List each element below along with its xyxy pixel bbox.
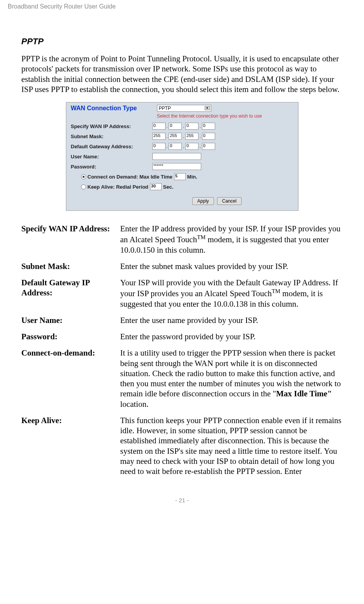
def-gateway-label: Default Gateway IP Address:	[21, 274, 120, 312]
def-username-text: Enter the user name provided by your ISP…	[120, 312, 343, 328]
gateway-octet-3[interactable]: 0	[185, 143, 198, 150]
gateway-octet-4[interactable]: 0	[202, 143, 215, 150]
connect-on-demand-radio[interactable]	[81, 174, 86, 179]
def-password-text: Enter the password provided by your ISP.	[120, 328, 343, 345]
max-idle-time-input[interactable]: 5	[174, 173, 186, 180]
def-keep-alive-text: This function keeps your PPTP connection…	[120, 412, 343, 480]
wan-ip-octet-2[interactable]: 0	[169, 123, 182, 130]
wan-connection-type-label: WAN Connection Type	[71, 105, 157, 112]
section-title: PPTP	[21, 36, 343, 47]
subnet-label: Subnet Mask:	[71, 134, 152, 139]
page-footer: - 21 -	[0, 487, 364, 508]
def-username-label: User Name:	[21, 312, 120, 328]
connect-on-demand-label: Connect on Demand: Max Idle Time	[88, 174, 173, 180]
def-wan-ip-label: Specify WAN IP Address:	[21, 220, 120, 258]
subnet-octet-2[interactable]: 255	[169, 133, 182, 140]
min-suffix: Min.	[187, 174, 197, 180]
cancel-button[interactable]: Cancel	[217, 197, 242, 205]
def-gateway-text: Your ISP will provide you with the Defau…	[120, 274, 343, 312]
wan-ip-octet-1[interactable]: 0	[152, 123, 166, 130]
username-label: User Name:	[71, 154, 152, 160]
gateway-row: Default Gateway Address: 0. 0. 0. 0	[66, 141, 298, 151]
password-input[interactable]: ******	[152, 163, 201, 170]
def-subnet-label: Subnet Mask:	[21, 258, 120, 274]
wan-ip-label: Specify WAN IP Address:	[71, 123, 152, 129]
subnet-octet-4[interactable]: 0	[202, 133, 215, 140]
wan-type-dropdown[interactable]: PPTP	[157, 105, 211, 112]
keep-alive-radio[interactable]	[81, 184, 86, 189]
content-area: PPTP PPTP is the acronym of Point to Poi…	[0, 13, 364, 487]
def-connect-on-demand-text: It is a utility used to trigger the PPTP…	[120, 345, 343, 412]
password-row: Password: ******	[66, 161, 298, 172]
wan-header-row: WAN Connection Type PPTP	[66, 102, 298, 113]
button-row: Apply Cancel	[66, 192, 298, 207]
def-wan-ip-text: Enter the IP address provided by your IS…	[120, 220, 343, 258]
gateway-octet-2[interactable]: 0	[169, 143, 182, 150]
definitions-table: Specify WAN IP Address: Enter the IP add…	[21, 220, 343, 479]
gateway-label: Default Gateway Address:	[71, 144, 152, 149]
def-keep-alive-label: Keep Alive:	[21, 412, 120, 480]
screenshot-container: WAN Connection Type PPTP Select the Inte…	[21, 102, 343, 211]
sec-suffix: Sec.	[163, 184, 174, 190]
username-input[interactable]	[152, 153, 201, 160]
subnet-octet-3[interactable]: 255	[185, 133, 198, 140]
keep-alive-label: Keep Alive: Redial Period	[88, 184, 148, 190]
def-subnet-text: Enter the subnet mask values provided by…	[120, 258, 343, 274]
intro-paragraph: PPTP is the acronym of Point to Point Tu…	[21, 54, 343, 94]
wan-ip-octet-3[interactable]: 0	[185, 123, 198, 130]
gateway-octet-1[interactable]: 0	[152, 143, 166, 150]
router-config-panel: WAN Connection Type PPTP Select the Inte…	[66, 102, 298, 211]
wan-ip-octet-4[interactable]: 0	[202, 123, 215, 130]
doc-header: Broadband Security Router User Guide	[0, 0, 364, 13]
redial-period-input[interactable]: 30	[150, 183, 162, 190]
def-password-label: Password:	[21, 328, 120, 345]
subnet-row: Subnet Mask: 255. 255. 255. 0	[66, 131, 298, 141]
connect-on-demand-row: Connect on Demand: Max Idle Time 5 Min.	[66, 172, 298, 182]
keep-alive-row: Keep Alive: Redial Period 30 Sec.	[66, 182, 298, 192]
username-row: User Name:	[66, 151, 298, 161]
apply-button[interactable]: Apply	[192, 197, 214, 205]
wan-hint-text: Select the Internet connection type you …	[66, 113, 298, 121]
def-connect-on-demand-label: Connect-on-demand:	[21, 345, 120, 412]
wan-ip-row: Specify WAN IP Address: 0. 0. 0. 0	[66, 121, 298, 131]
password-label: Password:	[71, 164, 152, 170]
subnet-octet-1[interactable]: 255	[152, 133, 166, 140]
